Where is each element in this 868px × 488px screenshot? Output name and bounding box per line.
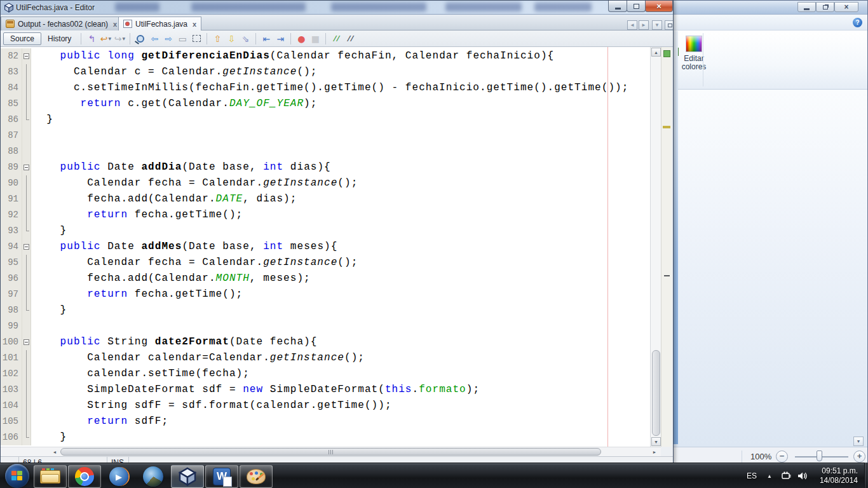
code-fold-gutter[interactable]: [22, 255, 31, 271]
next-bookmark-icon[interactable]: ⇩: [225, 32, 238, 45]
code-line[interactable]: 99: [1, 318, 650, 334]
language-indicator[interactable]: ES: [747, 471, 757, 480]
maximize-button[interactable]: [627, 1, 646, 12]
zoom-out-button[interactable]: −: [776, 451, 788, 463]
code-line[interactable]: 85 return c.get(Calendar.DAY_OF_YEAR);: [1, 96, 650, 112]
code-fold-gutter[interactable]: [22, 271, 31, 287]
code-fold-gutter[interactable]: [22, 350, 31, 366]
zoom-in-button[interactable]: +: [853, 451, 865, 463]
code-line[interactable]: 100 public String date2Format(Date fecha…: [1, 334, 650, 350]
history-view-button[interactable]: History: [41, 32, 78, 45]
scroll-up-button[interactable]: ▲: [651, 48, 661, 57]
code-fold-gutter[interactable]: [22, 96, 31, 112]
code-line[interactable]: 83 Calendar c = Calendar.getInstance();: [1, 64, 650, 80]
code-line[interactable]: 82 public long getDiferenciaEnDias(Calen…: [1, 48, 650, 64]
scroll-tabs-left-button[interactable]: ◄: [627, 20, 637, 30]
vertical-scrollbar-thumb[interactable]: [652, 350, 660, 436]
forward-icon[interactable]: ↪▼: [113, 32, 126, 45]
code-fold-gutter[interactable]: [22, 112, 31, 128]
previous-bookmark-icon[interactable]: ⇧: [211, 32, 224, 45]
taskbar-button-firefox[interactable]: [137, 465, 170, 488]
code-fold-gutter[interactable]: [22, 318, 31, 334]
tab-output[interactable]: Output - fechas002 (clean) x: [1, 17, 122, 30]
code-line[interactable]: 95 Calendar fecha = Calendar.getInstance…: [1, 255, 650, 271]
code-line[interactable]: 104 String sdfF = sdf.format(calendar.ge…: [1, 398, 650, 414]
code-fold-gutter[interactable]: [22, 207, 31, 223]
taskbar-button-netbeans[interactable]: [171, 465, 204, 488]
code-fold-gutter[interactable]: [22, 64, 31, 80]
code-line[interactable]: 92 return fecha.getTime();: [1, 207, 650, 223]
taskbar-button-chrome[interactable]: [68, 465, 101, 488]
code-fold-gutter[interactable]: [22, 191, 31, 207]
code-fold-gutter[interactable]: [22, 239, 31, 255]
code-fold-gutter[interactable]: [22, 144, 31, 159]
code-editor[interactable]: 82 public long getDiferenciaEnDias(Calen…: [1, 47, 650, 447]
code-fold-gutter[interactable]: [22, 414, 31, 430]
eject-media-icon[interactable]: [781, 471, 791, 480]
code-line[interactable]: 89 public Date addDia(Date base, int dia…: [1, 159, 650, 175]
code-fold-gutter[interactable]: [22, 80, 31, 96]
code-line[interactable]: 96 fecha.add(Calendar.MONTH, meses);: [1, 271, 650, 287]
netbeans-window[interactable]: UtilFechas.java - Editor × Output - fech…: [0, 0, 674, 464]
code-line[interactable]: 102 calendar.setTime(fecha);: [1, 366, 650, 382]
code-line[interactable]: 84 c.setTimeInMillis(fechaFin.getTime().…: [1, 80, 650, 96]
warning-mark[interactable]: [663, 126, 670, 128]
stop-macro-recording-icon[interactable]: ■: [309, 32, 322, 45]
taskbar-button-media-player[interactable]: ▶: [102, 465, 135, 488]
code-line[interactable]: 106 }: [1, 430, 650, 445]
code-fold-gutter[interactable]: [22, 48, 31, 64]
tab-close-icon[interactable]: x: [193, 20, 196, 28]
shift-line-right-icon[interactable]: ⇥: [274, 32, 287, 45]
code-fold-gutter[interactable]: [22, 366, 31, 382]
tab-close-icon[interactable]: x: [113, 20, 117, 28]
horizontal-scrollbar-thumb[interactable]: [60, 448, 601, 456]
horizontal-scrollbar[interactable]: ◄ ►: [1, 447, 661, 456]
code-fold-gutter[interactable]: [22, 223, 31, 239]
back-icon[interactable]: ↩▼: [99, 32, 112, 45]
toggle-bookmark-icon[interactable]: ⇘: [239, 32, 252, 45]
scroll-down-button[interactable]: ▼: [651, 437, 661, 446]
error-stripe[interactable]: [661, 47, 672, 447]
scroll-right-button[interactable]: ►: [650, 448, 659, 456]
taskbar-button-explorer[interactable]: [34, 465, 67, 488]
code-fold-gutter[interactable]: [22, 398, 31, 414]
code-line[interactable]: 87: [1, 128, 650, 144]
vertical-scrollbar[interactable]: ▲ ▼: [650, 47, 661, 447]
find-previous-occurrence-icon[interactable]: ⇦: [148, 32, 161, 45]
scroll-left-button[interactable]: ◄: [50, 448, 59, 456]
code-line[interactable]: 101 Calendar calendar=Calendar.getInstan…: [1, 350, 650, 366]
paint-minimize-button[interactable]: [797, 2, 816, 12]
taskbar-button-paint[interactable]: [240, 465, 273, 488]
shift-line-left-icon[interactable]: ⇤: [260, 32, 273, 45]
paint-titlebar[interactable]: ×: [664, 1, 867, 15]
code-fold-gutter[interactable]: [22, 382, 31, 398]
code-line[interactable]: 98 }: [1, 302, 650, 318]
code-fold-gutter[interactable]: [22, 128, 31, 144]
code-line[interactable]: 105 return sdfF;: [1, 414, 650, 430]
scroll-tabs-right-button[interactable]: ►: [639, 20, 649, 30]
volume-icon[interactable]: [797, 471, 808, 480]
show-hidden-icons-button[interactable]: ▲: [767, 473, 772, 479]
edit-colors-button[interactable]: Editar colores: [673, 36, 715, 71]
help-icon[interactable]: ?: [853, 18, 862, 27]
code-fold-gutter[interactable]: [22, 175, 31, 191]
find-selection-icon[interactable]: [134, 32, 147, 45]
paint-restore-button[interactable]: [816, 2, 834, 12]
tab-utilfechas[interactable]: UtilFechas.java x: [118, 17, 201, 30]
tab-list-dropdown-button[interactable]: ▼: [652, 20, 662, 30]
code-fold-gutter[interactable]: [22, 430, 31, 445]
code-fold-gutter[interactable]: [22, 302, 31, 318]
minimize-button[interactable]: [608, 1, 627, 12]
code-fold-gutter[interactable]: [22, 334, 31, 350]
code-line[interactable]: 88: [1, 144, 650, 159]
paint-scrollbar-down-button[interactable]: ▼: [853, 437, 864, 446]
toggle-highlight-search-icon[interactable]: ▭: [176, 32, 189, 45]
comment-icon[interactable]: //: [330, 32, 342, 45]
rectangular-selection-icon[interactable]: [190, 32, 203, 45]
paint-window[interactable]: × ? Editar colores ▼ 100% − +: [663, 0, 868, 471]
code-fold-gutter[interactable]: [22, 287, 31, 302]
clock[interactable]: 09:51 p.m. 14/08/2014: [820, 466, 858, 485]
taskbar-button-word[interactable]: W: [205, 465, 238, 488]
uncomment-icon[interactable]: //: [344, 32, 356, 45]
code-line[interactable]: 91 fecha.add(Calendar.DATE, dias);: [1, 191, 650, 207]
